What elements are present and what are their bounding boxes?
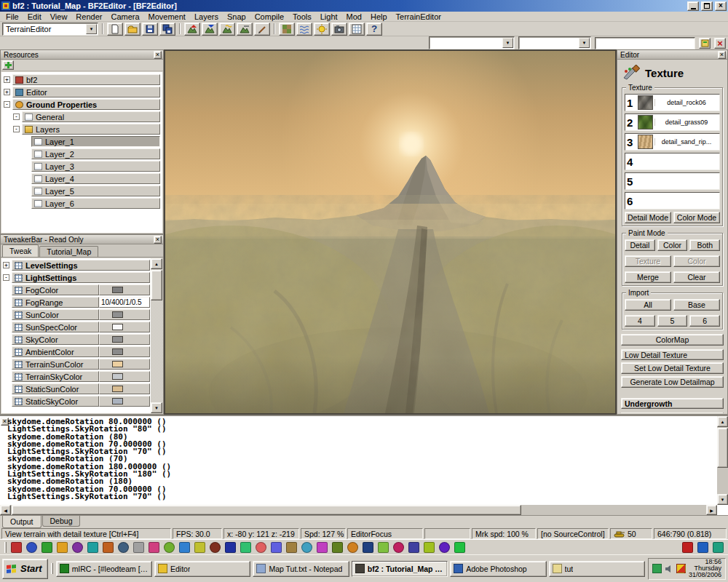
scroll-left-button[interactable]: ◀ (0, 505, 11, 515)
taskbar-button[interactable]: tut (549, 561, 645, 577)
minimize-button[interactable] (687, 1, 699, 11)
import-base-button[interactable]: Base (673, 299, 720, 311)
color-swatch[interactable] (112, 324, 123, 330)
merge-button[interactable]: Merge (625, 271, 671, 283)
menu-item-light[interactable]: Light (316, 12, 342, 22)
menu-item-mod[interactable]: Mod (342, 12, 366, 22)
texture-slot-2[interactable]: 2detail_grass09 (625, 113, 720, 131)
property-value-cell[interactable] (99, 371, 150, 382)
tweak-prop-fogrange[interactable]: FogRange10/400/1/0.5 (3, 297, 150, 308)
collapse-icon[interactable]: - (13, 113, 20, 120)
scroll-right-button[interactable]: ▶ (706, 505, 717, 515)
tweak-prop-skycolor[interactable]: SkyColor (3, 334, 150, 345)
tweak-group-lightsettings[interactable]: -LightSettings (3, 272, 150, 283)
paint-both-button[interactable]: Both (689, 239, 720, 251)
shortcut-icon[interactable] (194, 542, 205, 553)
texture-slot-3[interactable]: 3detail_sand_rip... (625, 133, 720, 151)
locate-button[interactable] (699, 38, 711, 49)
editor-panel-header[interactable]: Editor × (617, 50, 727, 60)
expand-icon[interactable]: + (4, 89, 10, 95)
zonealarm-tray-icon[interactable] (676, 564, 686, 573)
shortcut-icon[interactable] (57, 542, 68, 553)
toolbar-grip[interactable] (4, 542, 7, 553)
tab-output[interactable]: Output (2, 516, 41, 528)
texture-slot-5[interactable]: 5 (625, 172, 720, 190)
tree-item-layer_3[interactable]: Layer_3 (2, 161, 160, 172)
color-swatch[interactable] (112, 373, 123, 380)
shortcut-icon[interactable] (271, 542, 282, 553)
color-swatch[interactable] (112, 336, 123, 343)
shortcut-icon[interactable] (301, 542, 312, 553)
tweak-group-levelsettings[interactable]: +LevelSettings (3, 260, 150, 271)
paint-color-button[interactable]: Color (657, 239, 688, 251)
tree-item-layers[interactable]: -Layers (2, 124, 160, 135)
shortcut-icon[interactable] (225, 542, 236, 553)
shortcut-icon[interactable] (682, 542, 693, 553)
close-button[interactable]: × (715, 1, 727, 11)
shortcut-icon[interactable] (103, 542, 114, 553)
tweak-prop-staticskycolor[interactable]: StaticSkyColor (3, 396, 150, 407)
color-swatch[interactable] (112, 386, 123, 392)
menu-item-render[interactable]: Render (71, 12, 106, 22)
tab-tutorial-map[interactable]: Tutorial_Map (39, 246, 98, 257)
import-all-button[interactable]: All (625, 299, 671, 311)
resources-tree[interactable]: +bf2+Editor-Ground Properties-General-La… (1, 72, 162, 233)
antivirus-tray-icon[interactable] (652, 564, 662, 573)
shortcut-icon[interactable] (179, 542, 190, 553)
shortcut-icon[interactable] (454, 542, 465, 553)
shortcut-icon[interactable] (87, 542, 98, 553)
menu-item-layers[interactable]: Layers (190, 12, 223, 22)
shortcut-icon[interactable] (713, 542, 724, 553)
dropdown-arrow-icon[interactable]: ▼ (86, 24, 97, 34)
tweaker-scrollbar[interactable]: ▲ ▼ (151, 258, 162, 413)
expand-icon[interactable]: + (4, 76, 10, 83)
terrain-smooth-button[interactable] (219, 23, 235, 36)
close-resources-button[interactable]: × (154, 51, 162, 59)
grid-button[interactable] (349, 23, 365, 36)
scroll-up-button[interactable]: ▲ (717, 416, 728, 427)
tree-item-layer_4[interactable]: Layer_4 (2, 173, 160, 184)
tweak-prop-terrainsuncolor[interactable]: TerrainSunColor (3, 359, 150, 370)
shortcut-icon[interactable] (393, 542, 404, 553)
texture-mode-button[interactable] (279, 23, 295, 36)
menubar[interactable]: FileEditViewRenderCameraMovementLayersSn… (0, 12, 728, 22)
maximize-button[interactable] (701, 1, 713, 11)
shortcut-icon[interactable] (164, 542, 175, 553)
menu-item-terraineditor[interactable]: TerrainEditor (392, 12, 446, 22)
speaker-icon[interactable] (665, 565, 673, 573)
menu-item-edit[interactable]: Edit (23, 12, 46, 22)
tweak-prop-staticsuncolor[interactable]: StaticSunColor (3, 383, 150, 394)
shortcut-icon[interactable] (118, 542, 129, 553)
taskbar-button[interactable]: Editor (154, 561, 250, 577)
generate-low-detailmap-button[interactable]: Generate Low Detailmap (621, 376, 724, 388)
light-button[interactable] (314, 23, 330, 36)
shortcut-icon[interactable] (26, 542, 37, 553)
shortcut-icon[interactable] (317, 542, 328, 553)
tab-tweak[interactable]: Tweak (2, 244, 39, 257)
texture-slot-4[interactable]: 4 (625, 153, 720, 170)
toolbar-grip[interactable] (51, 563, 53, 574)
detail-mode-button[interactable]: Detail Mode (625, 212, 671, 223)
shortcut-icon[interactable] (439, 542, 450, 553)
open-button[interactable] (124, 23, 141, 36)
shortcut-icon[interactable] (72, 542, 83, 553)
tweak-prop-terrainskycolor[interactable]: TerrainSkyColor (3, 371, 150, 382)
scrollbar-thumb[interactable] (717, 428, 728, 468)
taskbar-button[interactable]: Adobe Photoshop (450, 561, 546, 577)
property-value-cell[interactable] (99, 396, 150, 407)
color-mode-button[interactable]: Color Mode (673, 212, 720, 223)
texture-slot-6[interactable]: 6 (625, 192, 720, 210)
taskbar-button[interactable]: mIRC - [#leodteam [8] [+nt... (56, 561, 152, 577)
terrain-level-button[interactable] (237, 23, 253, 36)
property-value-cell[interactable] (99, 359, 150, 370)
property-value-cell[interactable]: 10/400/1/0.5 (99, 297, 150, 308)
shortcut-icon[interactable] (11, 542, 22, 553)
menu-item-tools[interactable]: Tools (288, 12, 316, 22)
tweak-prop-sunspeccolor[interactable]: SunSpecColor (3, 322, 150, 332)
tree-item-general[interactable]: -General (2, 111, 160, 122)
resources-panel-header[interactable]: Resources × (1, 50, 163, 60)
tweak-prop-fogcolor[interactable]: FogColor (3, 284, 150, 295)
color-swatch[interactable] (112, 287, 123, 293)
terrain-raise-button[interactable] (184, 23, 200, 36)
water-button[interactable] (296, 23, 312, 36)
